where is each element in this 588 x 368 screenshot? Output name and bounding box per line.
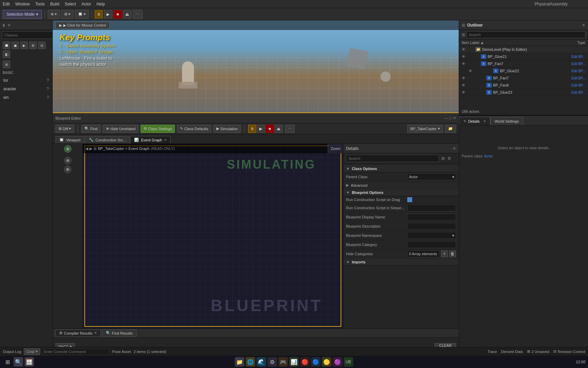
resume-btn[interactable]: ▶	[104, 10, 112, 18]
mouse-control-button[interactable]: ▶ ▶ Click for Mouse Control	[55, 22, 110, 29]
output-log-item[interactable]: Output Log	[3, 350, 21, 354]
search-taskbar-btn[interactable]: 🔍	[14, 357, 23, 367]
icon-btn-3[interactable]: ▶	[20, 42, 28, 49]
compiler-results-close[interactable]: ✕	[94, 331, 97, 335]
glue21-edit[interactable]: Edit BP...	[572, 55, 585, 59]
cmd-dropdown[interactable]: Cmd ▾	[24, 348, 40, 355]
details-search-input[interactable]	[346, 155, 439, 162]
console-input[interactable]	[42, 348, 110, 355]
fan7-edit[interactable]: Edit BP...	[572, 62, 585, 66]
character-help-icon[interactable]: ?	[47, 86, 49, 91]
bp-display-name-input[interactable]	[407, 214, 456, 220]
chrome-btn[interactable]: 🌐	[246, 357, 255, 367]
bp-tab-event-graph[interactable]: 📊 Event Graph ✕	[130, 136, 170, 143]
app6-btn[interactable]: 🟡	[322, 357, 331, 367]
find-btn[interactable]: 🔍 Find	[81, 125, 100, 133]
icon-btn-1[interactable]: 🔲	[3, 42, 10, 49]
app1-btn[interactable]: ⚙	[267, 357, 277, 367]
app7-btn[interactable]: 🟣	[333, 357, 342, 367]
world-settings-tab[interactable]: World Settings	[490, 117, 523, 125]
class-settings-btn[interactable]: ⚙ Class Settings	[141, 125, 175, 133]
run-construction-seque-value[interactable]	[407, 204, 456, 211]
app5-btn[interactable]: 🔵	[311, 357, 321, 367]
parent-class-link[interactable]: Actor	[484, 154, 493, 158]
glue21-item[interactable]: 👁 B BP_Glue21 Edit BP...	[459, 53, 588, 60]
side-btn-3[interactable]: ⊕	[64, 166, 71, 173]
bp-maximize-btn[interactable]: □	[449, 116, 452, 120]
bp-category-input[interactable]	[407, 241, 456, 248]
revision-control-item[interactable]: ⊟ Revision Control	[553, 349, 585, 354]
coord-btn[interactable]: ⊞ ▾	[61, 10, 74, 19]
details-tab-close[interactable]: ✕	[483, 119, 486, 123]
bp-pause-btn[interactable]: ⏸	[248, 125, 256, 133]
icon-btn-2[interactable]: ◼	[12, 42, 19, 49]
fan8-item[interactable]: 👁 B BP_Fan8 Edit BP...	[459, 82, 588, 89]
bp-stop-btn[interactable]: ■	[266, 125, 274, 133]
bp-tab-construction[interactable]: 🔧 Construction Scr...	[85, 136, 130, 143]
more-toolbar-btn[interactable]: ⋯	[133, 10, 143, 19]
viewport[interactable]: ▶ ▶ Click for Mouse Control Key Prompts …	[53, 20, 459, 112]
eject-btn[interactable]: ⏏	[123, 10, 131, 18]
stop-btn[interactable]: ■	[114, 10, 122, 18]
glue22-item[interactable]: 👁 B BP_Glue22 Edit BP...	[459, 67, 588, 75]
outliner-filter-icon[interactable]: ⊞	[462, 23, 465, 28]
fan7b-edit[interactable]: Edit BP...	[572, 76, 585, 80]
add-element-btn[interactable]: +	[441, 250, 448, 257]
outliner-settings-icon[interactable]: ⊞	[462, 32, 465, 37]
snap-btn[interactable]: 🔲 ▾	[75, 10, 89, 19]
icon-btn-5[interactable]: ⊟	[38, 42, 46, 49]
blueprint-options-section[interactable]: ▼ Blueprint Options	[343, 189, 459, 196]
glue22-edit[interactable]: Edit BP...	[572, 69, 585, 73]
event-graph-tab-close[interactable]: ✕	[164, 138, 167, 142]
wn-help-icon[interactable]: ?	[47, 95, 49, 100]
start-button[interactable]: ⊞	[3, 357, 12, 367]
fan8-edit[interactable]: Edit BP...	[572, 83, 585, 87]
outliner-close[interactable]: ✕	[582, 23, 585, 28]
compiler-results-tab[interactable]: ⚙ Compiler Results ✕	[55, 329, 101, 337]
edge-btn[interactable]: 🌊	[257, 357, 266, 367]
nav-back-icon[interactable]: ◀	[85, 147, 88, 151]
diff-btn[interactable]: ⊞ Diff▾	[55, 125, 74, 133]
derived-data-item[interactable]: Derived Data	[501, 350, 523, 354]
actor-help-icon[interactable]: ?	[47, 78, 49, 83]
menu-actor[interactable]: Actor	[81, 2, 91, 6]
bp-eject-btn[interactable]: ⏏	[275, 125, 283, 133]
pause-btn[interactable]: ⏸	[95, 10, 103, 18]
menu-help[interactable]: Help	[96, 2, 105, 6]
nav-home-icon[interactable]: ⊞	[94, 147, 97, 151]
side-btn-2[interactable]: ⊕	[64, 157, 71, 164]
transform-btn[interactable]: ⊕ ▾	[48, 10, 60, 19]
menu-window[interactable]: Window	[15, 2, 30, 6]
nav-fwd-icon[interactable]: ▶	[89, 147, 92, 151]
extra-icon-btn[interactable]: ⊞	[3, 61, 10, 68]
menu-build[interactable]: Build	[50, 2, 59, 6]
bp-play-btn[interactable]: ▶	[257, 125, 265, 133]
imports-section[interactable]: ▼ Imports	[343, 259, 459, 266]
find-results-tab[interactable]: 🔍 Find Results	[102, 329, 136, 337]
icon-btn-4[interactable]: ⊞	[29, 42, 37, 49]
wn-item[interactable]: wn ?	[0, 93, 52, 102]
bp-namespace-dropdown[interactable]: ▾	[407, 232, 456, 239]
selection-mode-button[interactable]: Selection Mode ▾	[3, 10, 42, 19]
glue23-edit[interactable]: Edit BP...	[572, 91, 585, 94]
hide-unrelated-btn[interactable]: 👁 Hide Unrelated	[103, 125, 138, 133]
side-btn-1[interactable]: ⊕	[64, 145, 71, 153]
left-tab-close[interactable]: ✕	[7, 23, 11, 28]
graph-area[interactable]: ◀ ▶ ⊞ BP_TakeCopter > Event Graph (READ-…	[83, 144, 343, 328]
run-construction-drag-checkbox[interactable]	[407, 197, 412, 202]
remove-element-btn[interactable]: 🗑	[449, 250, 456, 257]
bp-close-btn[interactable]: ✕	[453, 116, 456, 120]
taskview-btn[interactable]: 🪟	[24, 357, 34, 367]
icon-btn-6[interactable]: ◧	[3, 50, 10, 58]
demo-level-item[interactable]: 👁 📁 DemoLevel (Play In Editor)	[459, 46, 588, 53]
ue5-btn[interactable]: UE	[344, 357, 353, 367]
menu-edit[interactable]: Edit	[3, 2, 10, 6]
app2-btn[interactable]: 🎮	[278, 357, 288, 367]
file-explorer-btn[interactable]: 📁	[235, 357, 244, 367]
bp-name-dropdown[interactable]: BP_TakeCopter ▾	[407, 125, 443, 133]
zoom-control[interactable]: Zoom	[328, 144, 343, 153]
app3-btn[interactable]: 📊	[289, 357, 299, 367]
menu-select[interactable]: Select	[65, 2, 76, 6]
trace-item[interactable]: Trace	[488, 350, 497, 354]
outliner-search-input[interactable]	[467, 31, 585, 38]
